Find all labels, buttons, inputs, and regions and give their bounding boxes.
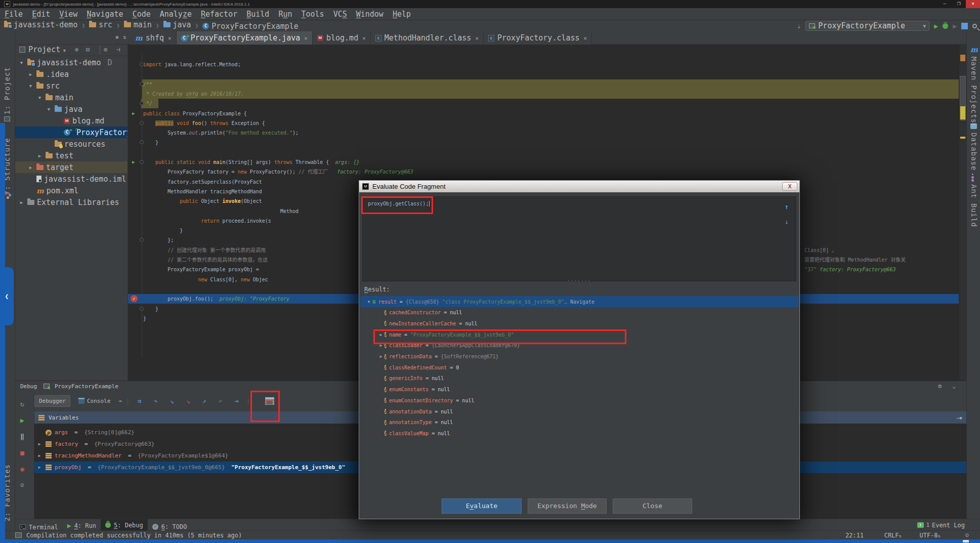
close-button[interactable]: Close [613,498,692,514]
result-row-classValueMap[interactable]: fclassValueMap = null [360,428,798,439]
toolwindow-switcher-icon[interactable] [15,532,22,538]
tree-expand-icon[interactable]: ▼ [365,300,372,304]
breadcrumb-item-javassist-demo[interactable]: javassist-demo [4,20,77,29]
menu-help[interactable]: Help [388,8,415,20]
grid-icon[interactable] [961,23,968,29]
sidebar-item-maven-projects[interactable]: Maven Projects [970,57,978,123]
toolwindow-button-debug[interactable]: 5: Debug [101,519,148,531]
history-down-icon[interactable]: ↓ [785,218,789,226]
fold-marker-icon[interactable] [140,62,144,66]
structure-toolwindow-icon[interactable] [5,192,8,195]
code-line-27[interactable]: } [143,314,146,324]
tab-close-icon[interactable]: ✕ [304,35,308,41]
code-line-8[interactable]: System.out.println("Foo method executed.… [143,128,299,138]
result-row-annotationType[interactable]: fannotationType = null [360,417,798,428]
expression-mode-button[interactable]: Expression Mode [528,498,607,514]
search-everywhere-icon[interactable] [972,24,977,28]
hide-panel-icon[interactable]: ⌄ [952,383,956,390]
menu-run[interactable]: Run [274,8,296,20]
menu-window[interactable]: Window [352,8,388,20]
result-row-cachedConstructor[interactable]: fcachedConstructor = null [360,307,798,318]
breadcrumb-item-src[interactable]: src [89,20,112,29]
menu-vcs[interactable]: VCS [329,8,352,20]
tree-expand-icon[interactable]: ▶ [36,465,42,470]
breadcrumb-item-java[interactable]: java [163,20,191,29]
tree-item-pom.xml[interactable]: mpom.xml [15,185,128,196]
hide-icon[interactable]: ⊣ [116,46,120,53]
encoding-select[interactable]: UTF-8⇅ [919,532,941,539]
stripe-mark[interactable] [960,137,965,139]
code-line-5[interactable]: */ [143,99,152,109]
minimize-button[interactable]: ─ [938,0,952,8]
step-into-icon[interactable]: ↘ [166,397,178,405]
run-line-icon[interactable]: ▶ [132,111,135,116]
fold-marker-icon[interactable] [140,160,144,164]
sidebar-item-ant-build[interactable]: Ant Build [970,184,978,227]
tab-MethodHandler.class[interactable]: cMethodHandler.class✕ [371,31,484,45]
tab-ProxyFactoryExample.java[interactable]: CProxyFactoryExample.java✕ [177,31,313,45]
resume-icon[interactable]: ▶ [20,416,24,424]
resize-handle[interactable]: ······· [567,279,591,283]
hector-inspections-icon[interactable]: ☺ [965,532,969,539]
tree-expand-icon[interactable]: ▼ [27,83,34,89]
result-row-enumConstantDirectory[interactable]: fenumConstantDirectory = null [360,395,798,406]
gear-icon[interactable]: ⚙ [104,46,107,53]
tree-expand-icon[interactable]: ▶ [36,453,42,458]
mute-breakpoints-icon[interactable]: ⊘ [20,481,24,489]
update-icon[interactable]: ⇣ [797,22,801,30]
show-execution-point-icon[interactable]: ⇉ [134,397,146,405]
tree-expand-icon[interactable]: ▶ [377,354,385,359]
debug-tab-debugger[interactable]: Debugger [34,395,70,407]
result-row-annotationData[interactable]: fannotationData = null [360,406,798,417]
tree-item-main[interactable]: ▼main [15,92,128,103]
menu-refactor[interactable]: Refactor [196,8,242,20]
tree-item-blog.md[interactable]: Mblog.md [15,115,128,127]
run-button[interactable]: ▶ [934,22,938,30]
evaluate-button[interactable]: Evaluate [442,498,522,514]
code-line-25[interactable]: proxyObj.foo(); proxyObj: "ProxyFactory [143,294,289,304]
fold-marker-icon[interactable] [140,307,144,311]
menu-analyze[interactable]: Analyze [155,8,196,20]
code-line-16[interactable]: Method [143,206,299,217]
tree-item-resources[interactable]: resources [15,138,128,150]
tree-item-src[interactable]: ▼src [15,80,128,92]
force-step-into-icon[interactable]: ↘ [182,397,194,405]
code-line-11[interactable]: public static void main(String[] args) t… [143,157,360,168]
result-row-newInstanceCallerCache[interactable]: fnewInstanceCallerCache = null [360,318,798,329]
tabs-sort-icon[interactable]: ⇅ [123,34,126,40]
run-to-cursor-icon[interactable]: ⇥ [231,397,243,405]
run-line-icon[interactable]: ▶ [132,159,135,164]
tree-expand-icon[interactable]: ▼ [18,60,25,65]
event-log-button[interactable]: ! 1 Event Log [917,519,965,531]
code-line-1[interactable]: import java.lang.reflect.Method; [143,60,241,70]
code-line-20[interactable]: // 创建代理对象 第一个参数代表的是调用 [143,245,266,256]
line-separator-select[interactable]: CRLF⇅ [884,532,902,539]
history-up-icon[interactable]: ↑ [785,203,789,211]
tabs-settings-icon[interactable]: ✱ [115,34,119,40]
close-button[interactable]: ✕ [966,0,980,8]
tree-item-test[interactable]: ▶test [15,150,128,161]
code-line-21[interactable]: // 第二个参数代表的是具体的参数值，在这 [143,255,268,265]
tab-shfq[interactable]: mshfq✕ [131,31,177,45]
dialog-close-button[interactable]: X [782,182,797,191]
stripe-mark[interactable] [960,55,965,61]
code-line-9[interactable]: } [143,138,158,148]
collapse-all-icon[interactable]: ⊟ [86,46,90,53]
code-line-7[interactable]: public void foo() throws Exception { [143,118,265,129]
view-breakpoints-icon[interactable]: ◉ [20,465,24,473]
tab-blog.md[interactable]: Mblog.md✕ [313,31,371,45]
tree-expand-icon[interactable]: ▶ [27,165,34,170]
code-line-6[interactable]: public class ProxyFactoryExample { [143,109,247,119]
code-line-14[interactable]: MethodHandler tracingMethodHand [143,187,262,197]
debug-tab-label[interactable]: Debug [20,383,37,390]
code-line-3[interactable]: /** [143,79,152,90]
stripe-mark[interactable] [960,106,965,119]
tree-expand-icon[interactable]: ▶ [27,72,34,77]
tree-item-target[interactable]: ▶target [15,161,128,173]
tab-close-icon[interactable]: ✕ [362,35,366,41]
menu-edit[interactable]: Edit [27,8,55,20]
fold-marker-icon[interactable] [140,121,144,125]
tab-close-icon[interactable]: ✕ [584,35,587,41]
sidebar-item-database[interactable]: Database [970,133,978,171]
tree-expand-icon[interactable]: ▼ [36,95,43,100]
